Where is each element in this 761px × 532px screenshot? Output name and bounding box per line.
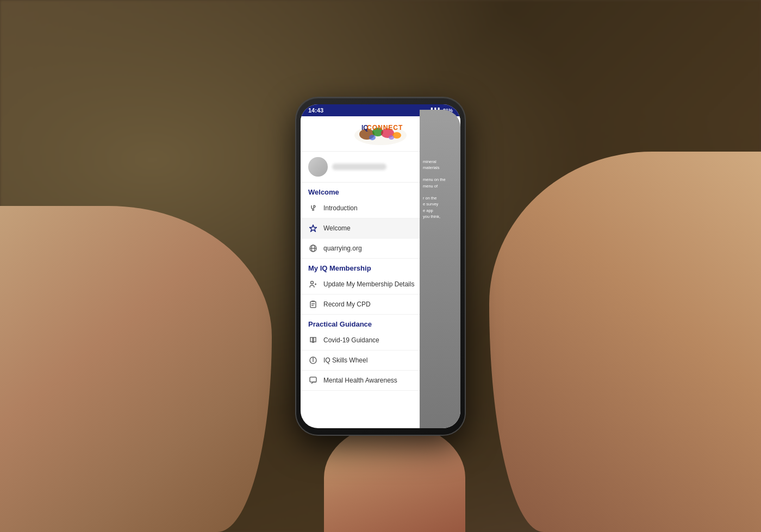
avatar [308, 157, 328, 177]
svg-point-6 [389, 135, 394, 140]
svg-marker-9 [310, 225, 317, 231]
svg-rect-20 [310, 377, 316, 382]
svg-point-5 [369, 135, 376, 140]
phone-frame: 14:43 ▌▌▌ 81% [296, 98, 465, 435]
chat-icon [308, 375, 318, 385]
status-time: 14:43 [308, 107, 323, 114]
user-name [332, 164, 386, 170]
quarrying-label: quarrying.org [323, 245, 362, 252]
introduction-label: Introduction [323, 204, 358, 212]
hand-right [489, 152, 761, 532]
fork-icon [308, 203, 318, 213]
mental-health-label: Mental Health Awareness [323, 377, 397, 384]
covid-label: Covid-19 Guidance [323, 336, 379, 344]
book-icon [308, 335, 318, 345]
svg-point-19 [313, 358, 314, 359]
right-panel-content: mineralmaterialsmenu on themenu ofr on t… [420, 110, 460, 223]
right-panel-text: mineralmaterialsmenu on themenu ofr on t… [423, 159, 457, 220]
welcome-label: Welcome [323, 224, 351, 232]
logo-container: IQ CONNECT [351, 120, 410, 147]
svg-rect-14 [310, 302, 316, 308]
update-membership-label: Update My Membership Details [323, 280, 414, 288]
star-icon [308, 223, 318, 233]
scene: 14:43 ▌▌▌ 81% [0, 0, 761, 532]
skills-wheel-label: IQ Skills Wheel [323, 356, 367, 364]
hand-left [0, 206, 272, 532]
globe-icon [308, 243, 318, 253]
record-cpd-label: Record My CPD [323, 301, 371, 308]
finger-bottom [324, 423, 465, 532]
iq-connect-logo: IQ CONNECT [351, 120, 410, 147]
circle-i-icon [308, 355, 318, 365]
person-icon [308, 279, 318, 289]
svg-point-13 [311, 281, 314, 284]
clipboard-icon [308, 299, 318, 309]
right-panel: mineralmaterialsmenu on themenu ofr on t… [420, 110, 460, 428]
svg-text:CONNECT: CONNECT [367, 124, 403, 132]
